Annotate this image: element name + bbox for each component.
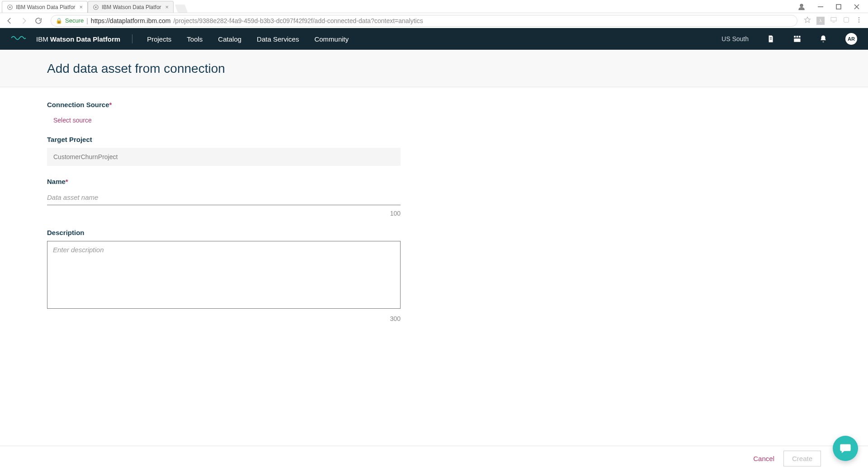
document-icon[interactable] [767,35,775,43]
description-char-count: 300 [47,315,401,322]
tab-bar: IBM Watson Data Platfor × IBM Watson Dat… [0,0,868,13]
svg-point-3 [95,6,97,8]
browser-tab-active[interactable]: IBM Watson Data Platfor × [2,1,88,13]
nav-tools[interactable]: Tools [184,35,205,43]
browser-tab[interactable]: IBM Watson Data Platfor × [88,1,174,13]
bell-icon[interactable] [819,35,827,43]
watson-icon [7,4,13,10]
nav-projects[interactable]: Projects [144,35,174,43]
window-close-icon[interactable] [854,4,860,12]
field-name: Name* 100 [47,178,401,217]
form: Connection Source* Select source Target … [0,87,448,348]
reload-button[interactable] [34,17,42,25]
svg-rect-19 [797,36,798,38]
forward-button [20,17,28,25]
nav-data-services[interactable]: Data Services [254,35,302,43]
name-label: Name* [47,178,401,185]
target-project-value: CustomerChurnProject [47,148,401,166]
new-tab-button[interactable] [175,5,188,13]
maximize-icon[interactable] [835,4,842,12]
svg-rect-17 [770,39,772,39]
avatar[interactable]: AR [845,33,857,45]
name-char-count: 100 [47,210,401,217]
url-path: /projects/9388e282-f4a9-459d-b3b3-dc097f… [173,17,423,24]
watson-logo-icon[interactable] [11,33,26,44]
svg-rect-18 [794,36,796,38]
brand-label: IBM Watson Data Platform [36,35,120,43]
separator [132,34,132,43]
ext-icon[interactable] [843,16,850,25]
tab-title: IBM Watson Data Platfor [16,4,75,10]
field-target-project: Target Project CustomerChurnProject [47,136,401,166]
svg-point-4 [800,4,803,7]
description-input[interactable] [47,241,401,309]
target-project-label: Target Project [47,136,401,143]
svg-rect-21 [794,38,800,42]
close-icon[interactable]: × [79,4,83,10]
region-label[interactable]: US South [722,35,749,42]
svg-rect-6 [836,5,841,9]
svg-point-14 [859,19,859,20]
page-title-bar: Add data asset from connection [0,50,868,87]
app-header: IBM Watson Data Platform Projects Tools … [0,28,868,50]
minimize-icon[interactable] [817,4,824,12]
field-description: Description 300 [47,229,401,322]
tab-title: IBM Watson Data Platfor [102,4,161,10]
nav-catalog[interactable]: Catalog [215,35,244,43]
svg-point-1 [9,6,11,8]
window-controls [797,3,868,13]
svg-point-13 [859,17,859,18]
chrome-account-icon[interactable] [797,3,806,13]
url-field[interactable]: 🔒 Secure | https://dataplatform.ibm.com/… [51,15,797,27]
apps-icon[interactable] [793,35,801,43]
menu-icon[interactable] [855,16,863,25]
secure-label: Secure [65,17,84,24]
connection-source-label: Connection Source* [47,101,401,108]
page-title: Add data asset from connection [0,61,868,76]
nav-community[interactable]: Community [311,35,351,43]
url-separator: | [86,17,88,24]
svg-rect-10 [831,17,836,21]
svg-rect-12 [844,17,849,22]
svg-rect-20 [799,36,801,38]
browser-chrome: IBM Watson Data Platfor × IBM Watson Dat… [0,0,868,28]
svg-rect-16 [770,38,772,38]
back-button[interactable] [5,17,14,25]
close-icon[interactable]: × [165,4,169,10]
description-label: Description [47,229,401,236]
cast-icon[interactable] [830,16,837,25]
pdf-extension-icon[interactable]: λ [816,17,825,25]
star-icon[interactable] [804,16,811,25]
field-connection-source: Connection Source* Select source [47,101,401,124]
lock-icon: 🔒 [56,18,62,24]
select-source-link[interactable]: Select source [47,113,401,124]
address-bar: 🔒 Secure | https://dataplatform.ibm.com/… [0,13,868,28]
url-host: https://dataplatform.ibm.com [91,17,171,24]
svg-point-15 [859,21,859,22]
name-input[interactable] [47,190,401,205]
svg-marker-9 [804,17,810,23]
watson-icon [93,4,99,10]
